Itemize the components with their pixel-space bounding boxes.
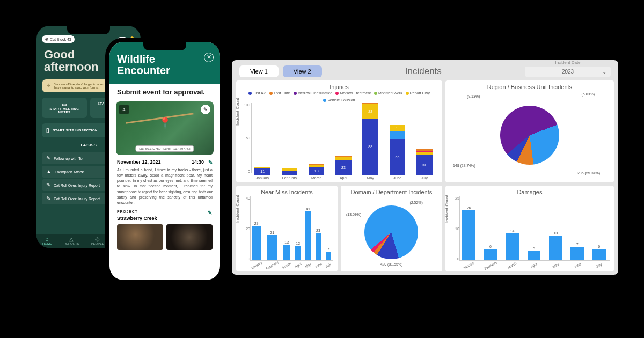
injuries-title: Injuries (240, 84, 438, 90)
pie-slice-label: 420 (81.55%) (380, 262, 402, 266)
warning-icon: ▲ (46, 169, 52, 174)
encounter-title-2: Encounter (117, 65, 213, 76)
region-pie-chart: Region / Business Unit Incidents 285 (55… (445, 80, 614, 182)
pie-wrap: 285 (55.34%) 148 (28.74%) (9.13%) (5.63%… (450, 91, 610, 179)
phone-encounter-screen: ✕ Wildlife Encounter Submit event for ap… (109, 42, 220, 280)
bar-column: 8822May (359, 103, 382, 180)
bar-column: 13May (546, 231, 565, 267)
edit-icon: ✎ (46, 156, 50, 161)
pie-slice-label: (2.52%) (409, 201, 423, 204)
injuries-chart: Injuries First AidLost TimeMedical Consu… (236, 80, 442, 182)
y-ticks: 40200 (243, 196, 250, 261)
bar-column: 41May (304, 207, 312, 267)
encounter-subtitle: Submit event for approval. (109, 84, 220, 99)
nav-home[interactable]: ⌂HOME (42, 237, 52, 245)
edit-datetime-button[interactable]: ✎ (208, 159, 213, 165)
bar-column: 23April (332, 156, 355, 180)
view2-button[interactable]: View 2 (283, 65, 322, 77)
legend-item: Medical Consultation (294, 91, 333, 95)
start-meeting-button[interactable]: ▭ START MEETING NOTES (42, 98, 87, 118)
event-description: As I rounded a bend, I froze in my track… (117, 167, 213, 205)
location-chip[interactable]: ⎈ Cut Block 43 (42, 35, 75, 43)
bar-column: 29January (250, 222, 262, 267)
map-count-badge: 4 (119, 105, 129, 114)
pie-wrap: 420 (81.55%) (13.59%) (2.52%) (345, 196, 438, 268)
legend-item: Report Only (406, 91, 430, 95)
photo-thumbnail[interactable] (166, 224, 213, 250)
y-axis-label: Incident Count (235, 98, 240, 126)
datetime-row: November 12, 2021 14:30 ✎ (117, 159, 213, 165)
pie (364, 205, 418, 259)
edit-icon: ✎ (46, 196, 50, 201)
coordinates-chip: Lat: 50.142750 | Long: -117.797782 (135, 145, 194, 152)
legend-item: Modified Work (374, 91, 402, 95)
bar-column: 31July (413, 149, 436, 180)
edit-project-button[interactable]: ✎ (208, 210, 213, 216)
start-meeting-label: START MEETING NOTES (44, 107, 85, 114)
bar-area: 100500 11JanuaryFebruary13March23April88… (240, 103, 438, 181)
bar-column: 21February (265, 231, 279, 267)
map-preview[interactable]: 4 ✎ 📍 Lat: 50.142750 | Long: -117.797782 (116, 101, 214, 155)
dashboard-toolbar: View 1 View 2 Incidents Incident Date 20… (236, 64, 614, 80)
encounter-title-1: Wildlife (117, 54, 213, 65)
domain-title: Domain / Department Incidents (345, 189, 438, 195)
chart-legend: First AidLost TimeMedical ConsultationMe… (240, 91, 438, 102)
bar-column: 7June (568, 243, 587, 267)
domain-pie-chart: Domain / Department Incidents 420 (81.55… (341, 186, 442, 271)
y-ticks: 25100 (452, 196, 459, 261)
people-icon: ◎ (91, 237, 104, 242)
photo-row (117, 224, 213, 250)
year-value: 2023 (562, 69, 574, 75)
pin-icon: ⎈ (45, 36, 48, 42)
pie-slice-label: (13.59%) (346, 212, 361, 216)
pie-slice-label: 285 (55.34%) (577, 171, 600, 175)
bar-column: 26January (459, 206, 478, 267)
year-selector[interactable]: Incident Date 2023 (525, 67, 611, 77)
bar-column: 11January (251, 167, 274, 180)
year-selector-label: Incident Date (525, 60, 611, 65)
reports-icon: △ (64, 237, 79, 242)
event-time: 14:30 (192, 159, 204, 165)
bar-column: 6July (590, 245, 609, 267)
nearmiss-title: Near Miss Incidents (240, 189, 333, 195)
project-heading-row: PROJECT ✎ (117, 210, 213, 216)
legend-item: First Aid (248, 91, 266, 95)
clipboard-icon: ▯ (46, 128, 50, 133)
incidents-dashboard: View 1 View 2 Incidents Incident Date 20… (232, 60, 618, 275)
location-chip-label: Cut Block 43 (50, 38, 71, 41)
bar-area: 25100 26January6February14March5April13M… (450, 196, 610, 268)
legend-item: Medical Treatment (335, 91, 371, 95)
bar-column: 12April (294, 241, 302, 267)
project-heading: PROJECT (117, 210, 138, 216)
map-edit-button[interactable]: ✎ (201, 105, 210, 114)
nav-reports[interactable]: △REPORTS (64, 237, 79, 245)
bar-column: February (278, 168, 301, 180)
book-icon: ▭ (44, 102, 85, 107)
event-date: November 12, 2021 (117, 159, 161, 165)
region-title: Region / Business Unit Incidents (450, 84, 610, 90)
bar-column: 6February (481, 245, 500, 267)
nav-people[interactable]: ◎PEOPLE (91, 237, 104, 245)
legend-item: Vehicle Collision (323, 98, 355, 102)
bar-column: 13March (282, 240, 291, 267)
view1-button[interactable]: View 1 (239, 65, 279, 77)
bar-column: 569June (386, 125, 408, 180)
pie (500, 106, 559, 165)
pie-slice-label: (9.13%) (467, 94, 480, 98)
bar-column: 5April (524, 246, 543, 267)
y-axis-label: Incident Count (235, 195, 240, 223)
pie-slice-label: 148 (28.74%) (453, 164, 475, 167)
home-icon: ⌂ (42, 237, 52, 242)
bar-column: 13March (305, 164, 328, 180)
row2-left: Near Miss Incidents Incident Count 40200… (236, 186, 442, 271)
close-button[interactable]: ✕ (204, 53, 214, 62)
phone-encounter: ✕ Wildlife Encounter Submit event for ap… (105, 38, 224, 284)
y-axis-label: Incident Count (444, 195, 449, 223)
photo-thumbnail[interactable] (117, 224, 163, 250)
edit-icon: ✎ (46, 182, 50, 188)
bar-area: 40200 29January21February13March12April4… (240, 196, 333, 268)
pie-slice-label: (5.63%) (581, 92, 595, 96)
dashboard-title: Incidents (326, 66, 521, 77)
bar-column: 14March (503, 229, 522, 267)
map-pin-icon: 📍 (158, 116, 172, 129)
